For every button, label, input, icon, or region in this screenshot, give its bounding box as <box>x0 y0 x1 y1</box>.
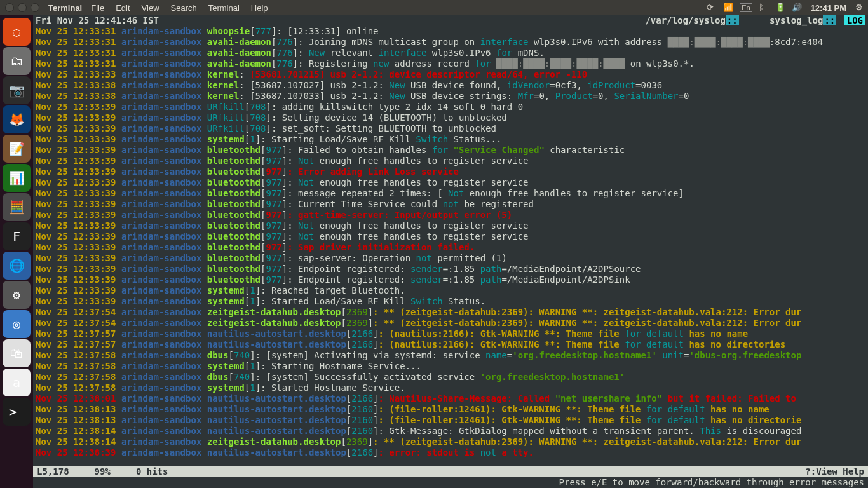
log-badge: LOG <box>844 15 865 25</box>
log-line: Nov 25 12:38:14 arindam-sandbox nautilus… <box>36 426 865 437</box>
unity-launcher: ◌🗂📷🦊📝📊🧮F🌐⚙◎🛍a>_ <box>0 15 33 488</box>
log-line: Nov 25 12:33:39 arindam-sandbox bluetoot… <box>36 156 865 166</box>
maximize-icon[interactable] <box>31 3 39 12</box>
bluetooth-icon[interactable]: ᛒ <box>759 3 769 13</box>
log-line: Nov 25 12:33:39 arindam-sandbox systemd[… <box>36 134 865 145</box>
log-line: Nov 25 12:37:58 arindam-sandbox systemd[… <box>36 383 865 393</box>
log-line: Nov 25 12:33:38 arindam-sandbox kernel: … <box>36 91 865 102</box>
lnav-header: Fri Nov 25 12:41:46 IST /var/log/syslog:… <box>33 15 868 26</box>
log-line: Nov 25 12:33:38 arindam-sandbox kernel: … <box>36 80 865 91</box>
log-line: Nov 25 12:33:39 arindam-sandbox URfkill[… <box>36 123 865 134</box>
log-line: Nov 25 12:37:54 arindam-sandbox zeitgeis… <box>36 307 865 318</box>
log-file-path: /var/log/syslog <box>645 15 725 25</box>
menu-help[interactable]: Help <box>251 3 268 13</box>
keyboard-indicator[interactable]: En <box>740 3 752 12</box>
log-line: Nov 25 12:33:39 arindam-sandbox bluetoot… <box>36 220 865 231</box>
launcher-amazon[interactable]: a <box>3 369 31 396</box>
header-date: Fri Nov 25 12:41:46 IST <box>36 15 159 26</box>
log-line: Nov 25 12:33:31 arindam-sandbox avahi-da… <box>36 58 865 69</box>
status-percent: 99% <box>95 466 111 477</box>
footer-hint: Press e/E to move forward/backward throu… <box>33 477 868 488</box>
launcher-shotwell[interactable]: 📷 <box>3 76 31 104</box>
launcher-gedit[interactable]: 📝 <box>3 135 31 163</box>
close-icon[interactable] <box>5 3 14 12</box>
clock[interactable]: 12:41 PM <box>811 3 846 13</box>
log-line: Nov 25 12:37:57 arindam-sandbox nautilus… <box>36 329 865 339</box>
log-line: Nov 25 12:38:13 arindam-sandbox nautilus… <box>36 415 865 426</box>
log-line: Nov 25 12:37:58 arindam-sandbox dbus[740… <box>36 372 865 383</box>
launcher-browser[interactable]: 🌐 <box>3 252 31 280</box>
log-line: Nov 25 12:38:39 arindam-sandbox nautilus… <box>36 447 865 458</box>
launcher-software[interactable]: 🛍 <box>3 339 31 367</box>
app-name: Terminal <box>48 3 82 13</box>
log-line: Nov 25 12:33:39 arindam-sandbox bluetoot… <box>36 264 865 274</box>
log-line: Nov 25 12:33:39 arindam-sandbox bluetoot… <box>36 231 865 242</box>
log-line: Nov 25 12:33:39 arindam-sandbox bluetoot… <box>36 199 865 210</box>
log-format: syslog_log <box>770 15 823 25</box>
status-bar: L5,178 99% 0 hits ?:View Help <box>33 466 868 477</box>
battery-icon[interactable]: 🔋 <box>775 3 785 13</box>
log-line: Nov 25 12:33:39 arindam-sandbox bluetoot… <box>36 145 865 156</box>
launcher-calculator[interactable]: 🧮 <box>3 193 31 221</box>
log-line: Nov 25 12:37:58 arindam-sandbox dbus[740… <box>36 350 865 361</box>
sound-icon[interactable]: 🔊 <box>792 3 802 13</box>
log-line: Nov 25 12:33:39 arindam-sandbox systemd[… <box>36 285 865 296</box>
launcher-ubuntu-dash[interactable]: ◌ <box>3 18 31 46</box>
sync-icon[interactable]: ⟳ <box>707 3 717 13</box>
log-line: Nov 25 12:33:39 arindam-sandbox bluetoot… <box>36 274 865 285</box>
system-indicators: ⟳ 📶 En ᛒ 🔋 🔊 12:41 PM ⚙ <box>707 3 865 13</box>
log-line: Nov 25 12:37:58 arindam-sandbox systemd[… <box>36 361 865 372</box>
window-controls <box>5 3 39 12</box>
launcher-calc[interactable]: 📊 <box>3 164 31 192</box>
log-line: Nov 25 12:33:39 arindam-sandbox systemd[… <box>36 296 865 307</box>
menu-edit[interactable]: Edit <box>116 3 130 13</box>
launcher-font-manager[interactable]: F <box>3 222 31 250</box>
log-line: Nov 25 12:33:31 arindam-sandbox avahi-da… <box>36 48 865 58</box>
log-content[interactable]: Nov 25 12:33:31 arindam-sandbox whoopsie… <box>33 26 868 458</box>
launcher-files[interactable]: 🗂 <box>3 47 31 75</box>
menu-view[interactable]: View <box>142 3 159 13</box>
header-right: /var/log/syslog:: syslog_log:: LOG <box>645 15 865 26</box>
menu-file[interactable]: File <box>91 3 104 13</box>
top-panel: Terminal FileEditViewSearchTerminalHelp … <box>0 0 868 15</box>
minimize-icon[interactable] <box>18 3 27 12</box>
launcher-terminal[interactable]: >_ <box>3 398 31 426</box>
log-line: Nov 25 12:33:39 arindam-sandbox URfkill[… <box>36 102 865 112</box>
log-line: Nov 25 12:33:39 arindam-sandbox bluetoot… <box>36 177 865 188</box>
log-line: Nov 25 12:33:39 arindam-sandbox bluetoot… <box>36 188 865 199</box>
menu-search[interactable]: Search <box>171 3 197 13</box>
log-line: Nov 25 12:33:33 arindam-sandbox kernel: … <box>36 69 865 80</box>
gear-icon[interactable]: ⚙ <box>855 3 865 13</box>
menu-bar: FileEditViewSearchTerminalHelp <box>91 3 268 13</box>
log-line: Nov 25 12:38:14 arindam-sandbox zeitgeis… <box>36 437 865 447</box>
status-position: L5,178 <box>37 466 69 477</box>
terminal-window[interactable]: Fri Nov 25 12:41:46 IST /var/log/syslog:… <box>33 15 868 488</box>
log-line: Nov 25 12:37:57 arindam-sandbox nautilus… <box>36 339 865 350</box>
log-line: Nov 25 12:37:54 arindam-sandbox zeitgeis… <box>36 318 865 329</box>
log-line: Nov 25 12:33:39 arindam-sandbox bluetoot… <box>36 242 865 253</box>
log-line: Nov 25 12:33:39 arindam-sandbox bluetoot… <box>36 210 865 220</box>
launcher-firefox[interactable]: 🦊 <box>3 105 31 133</box>
network-icon[interactable]: 📶 <box>723 3 733 13</box>
log-line: Nov 25 12:38:01 arindam-sandbox nautilus… <box>36 393 865 404</box>
log-line: Nov 25 12:33:31 arindam-sandbox whoopsie… <box>36 26 865 37</box>
log-line: Nov 25 12:38:13 arindam-sandbox nautilus… <box>36 404 865 415</box>
menu-terminal[interactable]: Terminal <box>208 3 240 13</box>
status-hits: 0 hits <box>136 466 168 477</box>
log-line: Nov 25 12:33:39 arindam-sandbox URfkill[… <box>36 112 865 123</box>
log-line: Nov 25 12:33:39 arindam-sandbox bluetoot… <box>36 166 865 177</box>
log-line: Nov 25 12:33:39 arindam-sandbox bluetoot… <box>36 253 865 264</box>
launcher-chromium[interactable]: ◎ <box>3 310 31 338</box>
launcher-settings[interactable]: ⚙ <box>3 281 31 309</box>
log-line: Nov 25 12:33:31 arindam-sandbox avahi-da… <box>36 37 865 48</box>
status-help: ?:View Help <box>805 466 864 477</box>
